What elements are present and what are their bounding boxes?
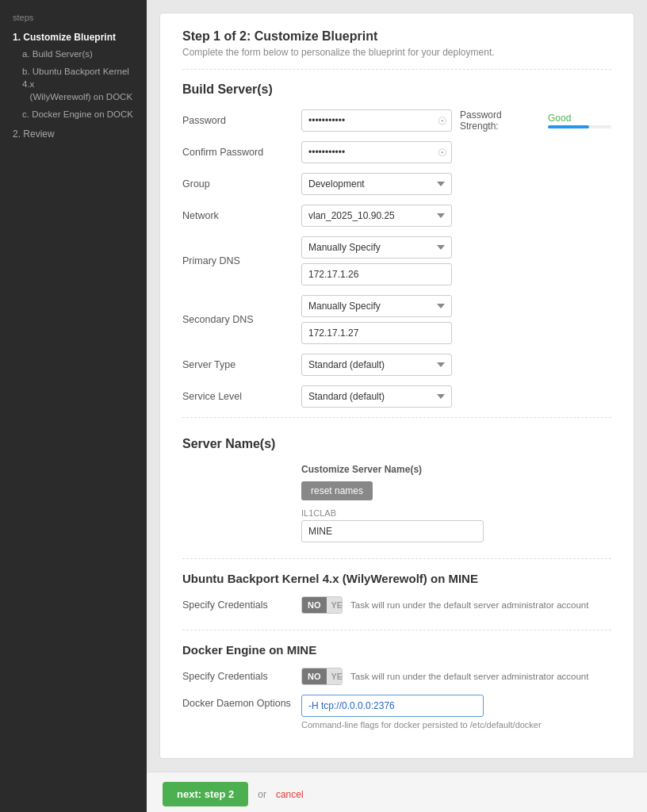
- sidebar-sub-b[interactable]: b. Ubuntu Backport Kernel 4.x (WilyWerew…: [0, 62, 147, 106]
- docker-credentials-row: Specify Credentials NO YES Task will run…: [182, 668, 611, 685]
- password-row: Password ☉ Password Strength: Good: [182, 109, 611, 132]
- docker-credentials-toggle[interactable]: NO YES: [301, 668, 343, 685]
- confirm-password-input[interactable]: [301, 141, 452, 163]
- server-names-section: Server Name(s) Customize Server Name(s) …: [182, 417, 611, 542]
- server-name-label: IL1CLAB: [301, 508, 611, 518]
- server-type-control: Standard (default): [301, 354, 452, 376]
- content-card: Step 1 of 2: Customize Blueprint Complet…: [159, 13, 634, 759]
- confirm-password-eye-icon[interactable]: ☉: [438, 147, 447, 159]
- reset-names-button[interactable]: reset names: [301, 481, 373, 500]
- docker-toggle-hint: Task will run under the default server a…: [350, 672, 588, 681]
- docker-toggle-yes: YES: [327, 668, 343, 684]
- password-eye-icon[interactable]: ☉: [438, 115, 447, 127]
- password-input-wrap: ☉: [301, 109, 452, 132]
- password-input[interactable]: [301, 109, 452, 132]
- customize-server-label: Customize Server Name(s): [301, 464, 611, 475]
- ubuntu-toggle-wrap: NO YES Task will run under the default s…: [301, 596, 588, 614]
- main-area: Step 1 of 2: Customize Blueprint Complet…: [147, 0, 647, 812]
- ubuntu-toggle-yes: YES: [327, 597, 343, 613]
- docker-daemon-label: Docker Daemon Options: [182, 695, 301, 709]
- group-control: Development Production Staging: [301, 173, 452, 195]
- server-type-label: Server Type: [182, 359, 301, 370]
- secondary-dns-group: Manually Specify Auto: [301, 295, 452, 344]
- docker-daemon-input[interactable]: [301, 695, 484, 717]
- secondary-dns-label: Secondary DNS: [182, 314, 301, 325]
- primary-dns-group: Manually Specify Auto: [301, 236, 452, 285]
- ubuntu-toggle-hint: Task will run under the default server a…: [350, 600, 588, 610]
- build-servers-title: Build Server(s): [182, 82, 611, 97]
- service-level-control: Standard (default): [301, 385, 452, 408]
- sidebar: steps 1. Customize Blueprint a. Build Se…: [0, 0, 147, 812]
- docker-toggle-no: NO: [302, 668, 327, 684]
- docker-section: Docker Engine on MINE Specify Credential…: [182, 630, 611, 730]
- cancel-link[interactable]: cancel: [276, 789, 304, 800]
- sidebar-step2[interactable]: 2. Review: [0, 122, 147, 143]
- docker-daemon-row: Docker Daemon Options Command-line flags…: [182, 695, 611, 730]
- group-select[interactable]: Development Production Staging: [301, 173, 452, 195]
- or-text: or: [258, 789, 266, 800]
- network-label: Network: [182, 210, 301, 221]
- next-step-button[interactable]: next: step 2: [163, 782, 248, 806]
- network-control: vlan_2025_10.90.25: [301, 205, 452, 227]
- docker-title: Docker Engine on MINE: [182, 643, 611, 657]
- confirm-password-row: Confirm Password ☉: [182, 141, 611, 163]
- confirm-password-control: ☉: [301, 141, 452, 163]
- service-level-row: Service Level Standard (default): [182, 385, 611, 408]
- steps-label: steps: [0, 13, 147, 29]
- docker-daemon-hint: Command-line flags for docker persisted …: [301, 720, 542, 730]
- confirm-password-label: Confirm Password: [182, 147, 301, 158]
- group-row: Group Development Production Staging: [182, 173, 611, 195]
- primary-dns-input[interactable]: [301, 263, 452, 285]
- docker-toggle-wrap: NO YES Task will run under the default s…: [301, 668, 588, 685]
- secondary-dns-select[interactable]: Manually Specify Auto: [301, 295, 452, 317]
- confirm-password-input-wrap: ☉: [301, 141, 452, 163]
- primary-dns-row: Primary DNS Manually Specify Auto: [182, 236, 611, 285]
- server-names-inner: Customize Server Name(s) reset names IL1…: [182, 464, 611, 542]
- ubuntu-credentials-label: Specify Credentials: [182, 599, 301, 611]
- strength-value: Good: [548, 113, 611, 124]
- ubuntu-credentials-row: Specify Credentials NO YES Task will run…: [182, 596, 611, 614]
- docker-daemon-group: Command-line flags for docker persisted …: [301, 695, 542, 730]
- password-strength: Password Strength: Good: [460, 109, 611, 132]
- footer-bar: next: step 2 or cancel: [147, 772, 647, 812]
- ubuntu-section: Ubuntu Backport Kernel 4.x (WilyWerewolf…: [182, 558, 611, 614]
- primary-dns-label: Primary DNS: [182, 255, 301, 266]
- strength-label: Password Strength:: [460, 109, 542, 132]
- password-control: ☉ Password Strength: Good: [301, 109, 611, 132]
- secondary-dns-row: Secondary DNS Manually Specify Auto: [182, 295, 611, 344]
- server-type-select[interactable]: Standard (default): [301, 354, 452, 376]
- server-type-row: Server Type Standard (default): [182, 354, 611, 376]
- sidebar-sub-c[interactable]: c. Docker Engine on DOCK: [0, 106, 147, 122]
- ubuntu-credentials-toggle[interactable]: NO YES: [301, 596, 343, 614]
- page-title: Step 1 of 2: Customize Blueprint: [182, 29, 611, 44]
- server-names-title: Server Name(s): [182, 437, 611, 451]
- service-level-label: Service Level: [182, 391, 301, 402]
- docker-credentials-label: Specify Credentials: [182, 671, 301, 682]
- password-label: Password: [182, 115, 301, 126]
- sidebar-sub-a[interactable]: a. Build Server(s): [0, 46, 147, 62]
- network-row: Network vlan_2025_10.90.25: [182, 205, 611, 227]
- group-label: Group: [182, 178, 301, 190]
- server-name-input[interactable]: [301, 520, 484, 542]
- strength-bar-wrap: [548, 125, 611, 128]
- secondary-dns-input[interactable]: [301, 322, 452, 344]
- ubuntu-toggle-no: NO: [302, 597, 327, 613]
- sidebar-step1[interactable]: 1. Customize Blueprint: [0, 29, 147, 46]
- network-select[interactable]: vlan_2025_10.90.25: [301, 205, 452, 227]
- ubuntu-title: Ubuntu Backport Kernel 4.x (WilyWerewolf…: [182, 572, 611, 585]
- main-content: Step 1 of 2: Customize Blueprint Complet…: [147, 0, 647, 772]
- primary-dns-select[interactable]: Manually Specify Auto: [301, 236, 452, 259]
- service-level-select[interactable]: Standard (default): [301, 385, 452, 408]
- strength-bar: [548, 125, 589, 128]
- page-subtitle: Complete the form below to personalize t…: [182, 47, 611, 70]
